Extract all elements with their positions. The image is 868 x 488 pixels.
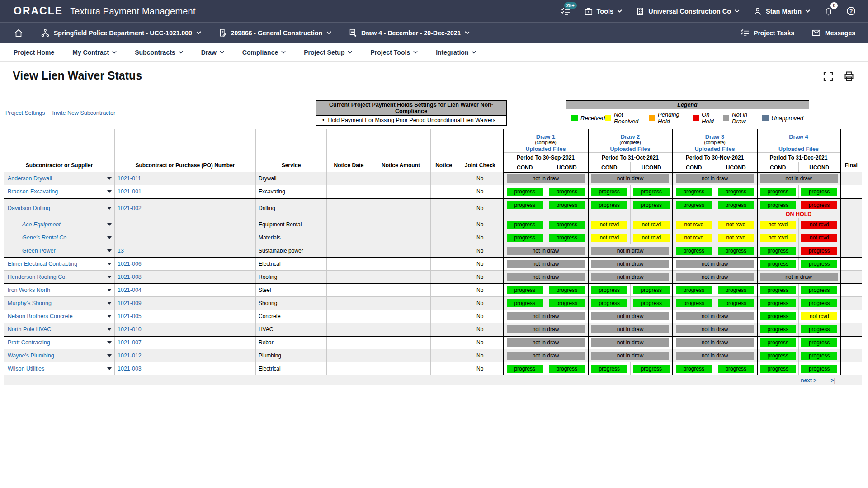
po-number-link[interactable]: 1021-012 [118, 352, 142, 359]
menu-item-my-contract[interactable]: My Contract [72, 49, 117, 56]
row-actions-caret-icon[interactable] [107, 315, 112, 318]
row-actions-caret-icon[interactable] [107, 354, 112, 357]
waiver-status-chip[interactable]: not rcvd [676, 221, 712, 229]
waiver-status-chip[interactable]: progress [507, 286, 543, 294]
waiver-status-chip[interactable]: not rcvd [718, 221, 754, 229]
waiver-status-chip[interactable]: progress [760, 352, 796, 360]
pagination-next-link[interactable]: next > [801, 377, 816, 384]
waiver-status-chip[interactable]: progress [718, 247, 754, 255]
row-actions-caret-icon[interactable] [107, 207, 112, 210]
subcontractor-link[interactable]: Wayne's Plumbing [8, 352, 54, 359]
row-actions-caret-icon[interactable] [107, 302, 112, 305]
subcontractor-link[interactable]: Anderson Drywall [8, 175, 52, 182]
contract-selector[interactable]: 209866 - General Construction [218, 28, 331, 37]
waiver-status-chip[interactable]: progress [760, 201, 796, 209]
messages-button[interactable]: Messages [811, 28, 855, 38]
menu-item-compliance[interactable]: Compliance [242, 49, 286, 56]
waiver-status-chip[interactable]: progress [676, 299, 712, 307]
subcontractor-link[interactable]: Davidson Drilling [8, 205, 50, 211]
waiver-status-chip[interactable]: progress [801, 286, 837, 294]
waiver-status-chip[interactable]: progress [676, 188, 712, 196]
waiver-status-chip[interactable]: progress [633, 188, 670, 196]
waiver-status-chip[interactable]: progress [633, 286, 670, 294]
po-number-link[interactable]: 1021-006 [118, 261, 142, 267]
waiver-status-chip[interactable]: progress [801, 188, 837, 196]
waiver-status-chip[interactable]: progress [549, 234, 585, 242]
subcontractor-link[interactable]: Wilson Utilities [8, 366, 44, 372]
waiver-status-chip[interactable]: progress [760, 325, 796, 333]
menu-item-subcontracts[interactable]: Subcontracts [135, 49, 183, 56]
subcontractor-link[interactable]: Henderson Roofing Co. [8, 274, 67, 280]
help-button[interactable]: ? [847, 7, 855, 15]
draw-4-uploaded-files-link[interactable]: Uploaded Files [758, 146, 840, 152]
waiver-status-chip[interactable]: not rcvd [760, 234, 796, 242]
waiver-status-chip[interactable]: not rcvd [801, 221, 837, 229]
draw-2-uploaded-files-link[interactable]: Uploaded Files [589, 146, 672, 152]
row-actions-caret-icon[interactable] [107, 236, 112, 239]
draw-1-uploaded-files-link[interactable]: Uploaded Files [504, 146, 588, 152]
project-settings-link[interactable]: Project Settings [5, 110, 45, 116]
waiver-status-chip[interactable]: progress [549, 365, 585, 373]
waiver-status-chip[interactable]: progress [549, 221, 585, 229]
waiver-status-chip[interactable]: not rcvd [633, 234, 670, 242]
draw-3-uploaded-files-link[interactable]: Uploaded Files [673, 146, 757, 152]
row-actions-caret-icon[interactable] [107, 367, 112, 370]
subcontractor-link[interactable]: Iron Works North [8, 287, 50, 293]
waiver-status-chip[interactable]: not rcvd [801, 312, 837, 320]
waiver-status-chip[interactable]: progress [676, 286, 712, 294]
waiver-status-chip[interactable]: not rcvd [801, 234, 837, 242]
waiver-status-chip[interactable]: progress [676, 365, 712, 373]
po-number-link[interactable]: 1021-011 [118, 175, 141, 182]
company-menu[interactable]: Universal Construction Co [636, 7, 740, 16]
subcontractor-link[interactable]: Green Power [22, 248, 56, 254]
waiver-status-chip[interactable]: progress [507, 234, 543, 242]
waiver-status-chip[interactable]: progress [760, 312, 796, 320]
home-button[interactable] [14, 28, 24, 38]
waiver-status-chip[interactable]: progress [801, 201, 837, 209]
project-tasks-button[interactable]: Project Tasks [740, 28, 794, 38]
waiver-status-chip[interactable]: progress [549, 286, 585, 294]
po-number-link[interactable]: 1021-004 [118, 287, 142, 293]
draw-selector[interactable]: Draw 4 - December - 20-Dec-2021 [349, 28, 470, 37]
row-actions-caret-icon[interactable] [107, 276, 112, 278]
po-number-link[interactable]: 1021-003 [118, 366, 142, 372]
print-icon[interactable] [844, 71, 854, 82]
fullscreen-icon[interactable] [823, 71, 834, 82]
draw-3-link[interactable]: Draw 3 [673, 133, 757, 140]
waiver-status-chip[interactable]: progress [801, 260, 837, 268]
row-actions-caret-icon[interactable] [107, 263, 112, 265]
waiver-status-chip[interactable]: progress [760, 286, 796, 294]
waiver-status-chip[interactable]: progress [801, 299, 837, 307]
row-actions-caret-icon[interactable] [107, 223, 112, 226]
row-actions-caret-icon[interactable] [107, 341, 112, 344]
project-selector[interactable]: Springfield Police Department - UCC-1021… [41, 28, 201, 38]
waiver-status-chip[interactable]: not rcvd [760, 221, 796, 229]
po-number-link[interactable]: 1021-007 [118, 339, 142, 346]
row-actions-caret-icon[interactable] [107, 190, 112, 193]
waiver-status-chip[interactable]: progress [633, 365, 670, 373]
waiver-status-chip[interactable]: not rcvd [676, 234, 712, 242]
menu-item-project-home[interactable]: Project Home [14, 49, 54, 56]
subcontractor-link[interactable]: Elmer Electrical Contracting [8, 261, 77, 267]
waiver-status-chip[interactable]: progress [591, 299, 627, 307]
waiver-status-chip[interactable]: progress [633, 201, 670, 209]
waiver-status-chip[interactable]: progress [718, 286, 754, 294]
menu-item-integration[interactable]: Integration [436, 49, 476, 56]
waiver-status-chip[interactable]: progress [633, 299, 670, 307]
waiver-status-chip[interactable]: progress [507, 221, 543, 229]
row-actions-caret-icon[interactable] [107, 177, 112, 180]
waiver-status-chip[interactable]: progress [591, 286, 627, 294]
subcontractor-link[interactable]: Pratt Contracting [8, 339, 50, 346]
waiver-status-chip[interactable]: progress [507, 365, 543, 373]
waiver-status-chip[interactable]: progress [718, 365, 754, 373]
waiver-status-chip[interactable]: progress [760, 260, 796, 268]
tools-menu[interactable]: Tools [584, 7, 623, 16]
notifications-button[interactable]: 0 [824, 6, 833, 16]
waiver-status-chip[interactable]: progress [801, 365, 837, 373]
pagination-last-link[interactable]: >| [831, 377, 835, 384]
menu-item-project-setup[interactable]: Project Setup [304, 49, 352, 56]
waiver-status-chip[interactable]: progress [507, 299, 543, 307]
subcontractor-link[interactable]: Nelson Brothers Concrete [8, 313, 73, 319]
waiver-status-chip[interactable]: progress [718, 188, 754, 196]
waiver-status-chip[interactable]: progress [760, 188, 796, 196]
